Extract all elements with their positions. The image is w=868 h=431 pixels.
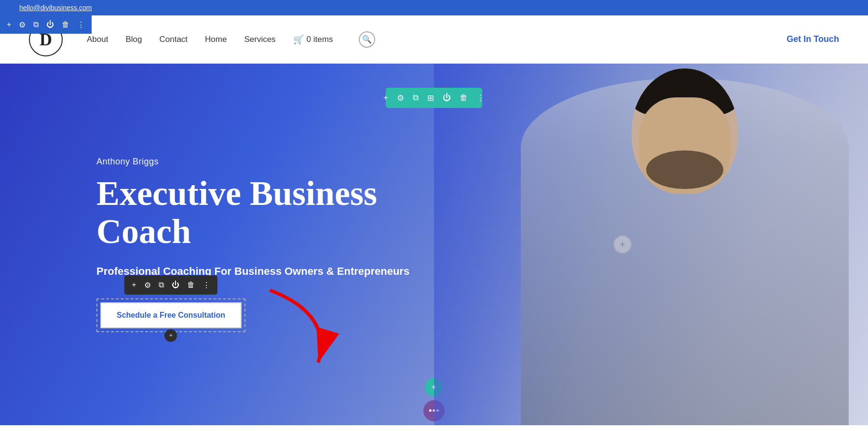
cart-icon: 🛒 xyxy=(293,34,304,45)
tb-more[interactable]: ⋮ xyxy=(473,93,488,103)
settings-button[interactable]: ⚙ xyxy=(15,15,29,34)
cart-widget[interactable]: 🛒 0 items xyxy=(293,34,333,45)
small-add-button[interactable]: + xyxy=(164,329,177,342)
delete-button[interactable]: 🗑 xyxy=(58,15,73,34)
hero-section: + ⚙ ⧉ ⊞ ⏻ 🗑 ⋮ + Anthony Briggs Executive… xyxy=(0,64,868,425)
nav-home[interactable]: Home xyxy=(205,35,227,44)
module-delete[interactable]: 🗑 xyxy=(184,281,198,289)
module-settings[interactable]: ⚙ xyxy=(141,281,154,290)
nav-about[interactable]: About xyxy=(87,35,108,44)
search-icon: 🔍 xyxy=(362,35,372,44)
tb-grid[interactable]: ⊞ xyxy=(423,93,438,103)
module-toolbar: + ⚙ ⧉ ⏻ 🗑 ⋮ xyxy=(124,275,217,295)
hero-title: Executive Business Coach xyxy=(96,175,434,251)
get-in-touch-button[interactable]: Get In Touch xyxy=(787,34,839,44)
tb-delete[interactable]: 🗑 xyxy=(456,93,472,103)
module-more[interactable]: ⋮ xyxy=(199,281,214,290)
top-bar: hello@divibusiness.com xyxy=(0,0,868,15)
tb-settings[interactable]: ⚙ xyxy=(393,93,408,103)
nav-blog[interactable]: Blog xyxy=(125,35,142,44)
hero-person-name: Anthony Briggs xyxy=(96,157,434,167)
nav-links: About Blog Contact Home Services 🛒 0 ite… xyxy=(87,31,787,48)
hero-person-photo xyxy=(434,64,868,425)
power-button[interactable]: ⏻ xyxy=(42,15,58,34)
tb-duplicate[interactable]: ⧉ xyxy=(409,93,422,103)
cta-button[interactable]: Schedule a Free Consultation xyxy=(100,302,242,328)
hero-content: Anthony Briggs Executive Business Coach … xyxy=(0,157,434,332)
add-section-button[interactable]: + xyxy=(3,15,15,34)
nav-services[interactable]: Services xyxy=(244,35,275,44)
module-duplicate[interactable]: ⧉ xyxy=(155,281,167,289)
email-link[interactable]: hello@divibusiness.com xyxy=(19,4,92,12)
cart-count: 0 items xyxy=(307,35,333,44)
navigation: + ⚙ ⧉ ⏻ 🗑 ⋮ D About Blog Contact Home Se… xyxy=(0,15,868,64)
duplicate-button[interactable]: ⧉ xyxy=(29,15,42,34)
person-beard xyxy=(646,150,723,189)
module-add[interactable]: + xyxy=(128,281,139,289)
search-button[interactable]: 🔍 xyxy=(359,31,375,48)
tb-power[interactable]: ⏻ xyxy=(439,93,455,103)
module-power[interactable]: ⏻ xyxy=(168,281,183,289)
tb-add[interactable]: + xyxy=(380,93,392,103)
button-selection-box: Schedule a Free Consultation + xyxy=(96,298,245,332)
page-builder-toolbar: + ⚙ ⧉ ⏻ 🗑 ⋮ xyxy=(0,15,92,34)
section-module-toolbar: + ⚙ ⧉ ⊞ ⏻ 🗑 ⋮ xyxy=(386,88,482,108)
more-button[interactable]: ⋮ xyxy=(73,15,89,34)
nav-contact[interactable]: Contact xyxy=(159,35,188,44)
hero-button-area: + ⚙ ⧉ ⏻ 🗑 ⋮ Schedule a Free Consultation… xyxy=(96,298,245,332)
person-head xyxy=(632,68,738,194)
